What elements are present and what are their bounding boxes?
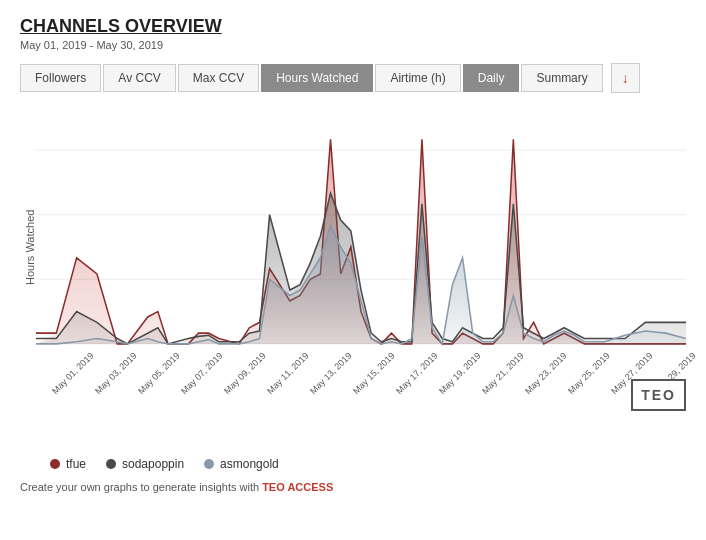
tab-airtime[interactable]: Airtime (h) bbox=[375, 64, 460, 92]
teo-access-link[interactable]: TEO ACCESS bbox=[262, 481, 333, 493]
tab-av-ccv[interactable]: Av CCV bbox=[103, 64, 175, 92]
tab-followers[interactable]: Followers bbox=[20, 64, 101, 92]
sodapoppin-dot bbox=[106, 459, 116, 469]
sodapoppin-label: sodapoppin bbox=[122, 457, 184, 471]
chart-svg: 0 500k 1 000k 1 500k bbox=[36, 107, 686, 387]
y-axis-label: Hours Watched bbox=[20, 107, 36, 387]
chart-area: Hours Watched 0 500k 1 000k 1 500k bbox=[20, 107, 686, 387]
page-title: CHANNELS OVERVIEW bbox=[20, 16, 686, 37]
teo-badge: TEO bbox=[631, 379, 686, 411]
tab-bar: Followers Av CCV Max CCV Hours Watched A… bbox=[20, 63, 686, 93]
tfue-dot bbox=[50, 459, 60, 469]
asmongold-dot bbox=[204, 459, 214, 469]
asmongold-label: asmongold bbox=[220, 457, 279, 471]
footer: Create your own graphs to generate insig… bbox=[20, 481, 686, 493]
tab-hours-watched[interactable]: Hours Watched bbox=[261, 64, 373, 92]
legend-item-tfue: tfue bbox=[50, 457, 86, 471]
tfue-label: tfue bbox=[66, 457, 86, 471]
date-range: May 01, 2019 - May 30, 2019 bbox=[20, 39, 686, 51]
chart-container: 0 500k 1 000k 1 500k bbox=[36, 107, 686, 387]
legend-item-asmongold: asmongold bbox=[204, 457, 279, 471]
legend-item-sodapoppin: sodapoppin bbox=[106, 457, 184, 471]
x-axis-labels: May 01, 2019 May 03, 2019 May 05, 2019 M… bbox=[50, 389, 686, 449]
tab-daily[interactable]: Daily bbox=[463, 64, 520, 92]
tab-summary[interactable]: Summary bbox=[521, 64, 602, 92]
chart-wrapper: Hours Watched 0 500k 1 000k 1 500k bbox=[20, 107, 686, 471]
tab-max-ccv[interactable]: Max CCV bbox=[178, 64, 259, 92]
download-button[interactable]: ↓ bbox=[611, 63, 640, 93]
footer-text: Create your own graphs to generate insig… bbox=[20, 481, 262, 493]
legend: tfue sodapoppin asmongold bbox=[50, 457, 686, 471]
